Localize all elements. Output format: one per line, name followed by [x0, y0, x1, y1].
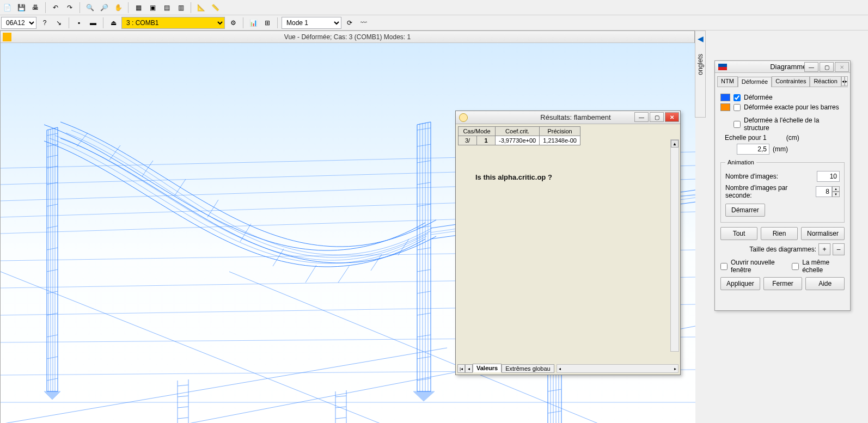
- swatch-deformee: [720, 94, 730, 101]
- section-select[interactable]: 06A12: [1, 17, 36, 29]
- checkbox-exacte[interactable]: [733, 104, 741, 111]
- panel-tabs: NTM Déformée Contraintes Réaction ◂ ▸: [717, 76, 848, 87]
- checkbox-meme-echelle[interactable]: [792, 263, 799, 270]
- tb-icon[interactable]: ▥: [175, 2, 187, 14]
- tb-zoom-out-icon[interactable]: 🔎: [98, 2, 110, 14]
- label-nouvelle-fenetre: Ouvrir nouvelle fenêtre: [731, 259, 787, 274]
- scale-unit-1: (cm): [786, 134, 799, 142]
- tb-zoom-in-icon[interactable]: 🔍: [84, 2, 96, 14]
- size-minus-button[interactable]: –: [833, 243, 845, 255]
- animation-legend: Animation: [725, 159, 756, 165]
- scroll-up-icon[interactable]: ▲: [671, 140, 678, 148]
- tb-help-icon[interactable]: ?: [39, 17, 51, 29]
- tab-extremes[interactable]: Extrêmes globau: [502, 364, 554, 373]
- normaliser-button[interactable]: Normaliser: [801, 227, 845, 240]
- tb-icon[interactable]: ▣: [146, 2, 158, 14]
- start-animation-button[interactable]: Démarrer: [725, 204, 765, 217]
- tb-icon[interactable]: ↷: [64, 2, 76, 14]
- size-plus-button[interactable]: +: [818, 243, 830, 255]
- anim-images-input[interactable]: [817, 171, 840, 182]
- results-table[interactable]: Cas/Mode Coef.crit. Précision 3/ 1 -3,97…: [458, 126, 580, 145]
- minimize-button[interactable]: —: [634, 112, 649, 122]
- tb-results-icon[interactable]: 📊: [247, 17, 259, 29]
- tb-table-icon[interactable]: ⊞: [261, 17, 273, 29]
- tab-nav-prev[interactable]: ◂: [465, 364, 473, 373]
- tb-pan-icon[interactable]: ✋: [112, 2, 124, 14]
- swatch-exacte: [720, 103, 730, 111]
- close-button[interactable]: ✕: [665, 112, 679, 122]
- tout-button[interactable]: Tout: [720, 227, 757, 240]
- tb-icon[interactable]: 💾: [15, 2, 27, 14]
- size-label: Taille des diagrammes:: [749, 246, 816, 253]
- tb-element-icon[interactable]: ▬: [87, 17, 99, 29]
- col-prec[interactable]: Précision: [540, 127, 580, 136]
- checkbox-nouvelle-fenetre[interactable]: [720, 263, 728, 270]
- col-coef[interactable]: Coef.crit.: [496, 127, 540, 136]
- panel-minimize-button[interactable]: —: [804, 62, 818, 72]
- table-row[interactable]: 3/ 1 -3,97730e+00 1,21348e-00: [459, 136, 580, 145]
- tb-calc-icon[interactable]: ⚙: [227, 17, 239, 29]
- tab-deformee[interactable]: Déformée: [738, 77, 772, 87]
- results-hscrollbar[interactable]: ◂▸: [557, 364, 678, 373]
- onglets-handle[interactable]: ◀ onglets: [695, 30, 706, 118]
- tb-icon[interactable]: 📄: [1, 2, 13, 14]
- anim-fps-input[interactable]: [816, 186, 832, 197]
- toolbar-row-2: 06A12 ? ↘ ▪ ▬ ⏏ 3 : COMB1 ⚙ 📊 ⊞ Mode 1 ⟳…: [0, 15, 868, 30]
- results-title-bar[interactable]: Résultats: flambement — ▢ ✕: [456, 111, 680, 124]
- panel-title-bar[interactable]: Diagrammes — ▢ ✕: [715, 61, 850, 73]
- cell-mode: 1: [477, 136, 496, 145]
- scale-input[interactable]: [737, 144, 769, 155]
- tb-icon[interactable]: ▤: [161, 2, 173, 14]
- tb-icon[interactable]: 🖶: [29, 2, 41, 14]
- app-icon: [3, 33, 11, 41]
- tb-icon[interactable]: 📐: [195, 2, 207, 14]
- tb-support-icon[interactable]: ⏏: [107, 17, 119, 29]
- label-meme-echelle: La même échelle: [802, 259, 845, 274]
- tb-arrow-icon[interactable]: ↘: [53, 17, 65, 29]
- onglets-label: onglets: [696, 54, 704, 75]
- fermer-button[interactable]: Fermer: [763, 277, 803, 290]
- results-window: Résultats: flambement — ▢ ✕ Cas/Mode Coe…: [455, 111, 681, 375]
- tb-icon[interactable]: ▦: [132, 2, 144, 14]
- svg-marker-12: [413, 391, 435, 401]
- results-icon: [459, 113, 468, 122]
- anim-fps-label: Nombre d'images par seconde:: [725, 184, 816, 199]
- tb-refresh-icon[interactable]: ⟳: [344, 17, 356, 29]
- cell-coef: -3,97730e+00: [496, 136, 540, 145]
- results-body: Cas/Mode Coef.crit. Précision 3/ 1 -3,97…: [456, 124, 680, 364]
- col-casmode[interactable]: Cas/Mode: [459, 127, 496, 136]
- aide-button[interactable]: Aide: [805, 277, 845, 290]
- tb-wave-icon[interactable]: 〰: [358, 17, 370, 29]
- svg-line-15: [142, 161, 153, 176]
- results-vscrollbar[interactable]: ▲: [670, 139, 679, 352]
- svg-line-24: [1, 348, 447, 423]
- tab-contraintes[interactable]: Contraintes: [772, 76, 810, 87]
- spin-up-button[interactable]: ▲: [832, 186, 840, 192]
- main-area: Vue - Déformée; Cas: 3 (COMB1) Modes: 1: [0, 30, 868, 423]
- tb-icon[interactable]: 📏: [209, 2, 221, 14]
- maximize-button[interactable]: ▢: [650, 112, 664, 122]
- checkbox-deformee[interactable]: [733, 94, 741, 101]
- tab-nav-first[interactable]: |◂: [457, 364, 465, 373]
- svg-line-21: [338, 266, 349, 283]
- mode-select[interactable]: Mode 1: [282, 17, 341, 29]
- panel-close-button[interactable]: ✕: [835, 62, 849, 72]
- rien-button[interactable]: Rien: [761, 227, 798, 240]
- load-case-select[interactable]: 3 : COMB1: [121, 17, 225, 29]
- tab-valeurs[interactable]: Valeurs: [473, 364, 502, 372]
- appliquer-button[interactable]: Appliquer: [720, 277, 760, 290]
- spin-down-button[interactable]: ▼: [832, 192, 840, 197]
- svg-line-16: [175, 179, 186, 195]
- scale-unit-2: (mm): [773, 145, 788, 153]
- results-annotation: Is this alpha.critic.op ?: [475, 173, 552, 181]
- tab-scroll-right[interactable]: ▸: [845, 76, 848, 86]
- results-tabs: |◂ ◂ Valeurs Extrêmes globau ◂▸: [457, 364, 678, 373]
- diagrammes-panel: Diagrammes — ▢ ✕ NTM Déformée Contrainte…: [714, 60, 851, 311]
- tab-reaction[interactable]: Réaction: [810, 76, 841, 87]
- anim-images-label: Nombre d'images:: [725, 173, 778, 180]
- tab-ntm[interactable]: NTM: [717, 76, 738, 87]
- tb-node-icon[interactable]: ▪: [73, 17, 85, 29]
- panel-maximize-button[interactable]: ▢: [820, 62, 834, 72]
- checkbox-echelle-struct[interactable]: [733, 121, 741, 128]
- tb-icon[interactable]: ↶: [50, 2, 62, 14]
